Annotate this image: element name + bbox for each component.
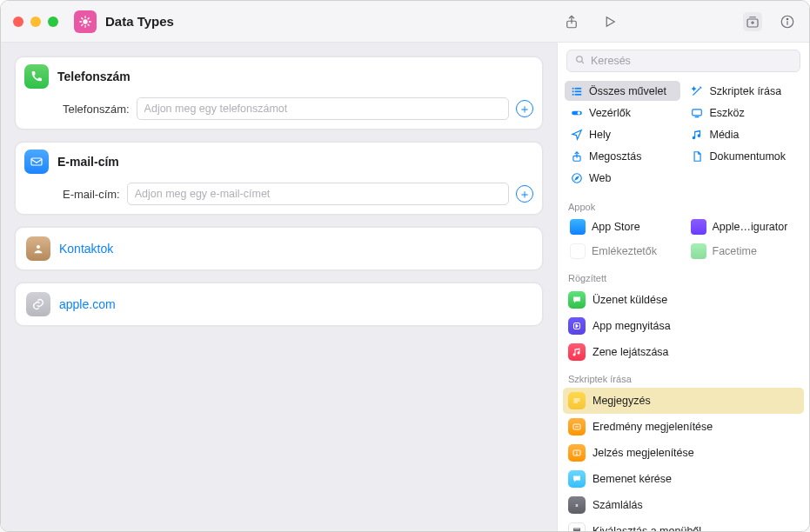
action-block-url[interactable]: apple.com xyxy=(15,283,543,326)
action-count[interactable]: x Számlálás xyxy=(563,492,804,518)
toggle-icon xyxy=(570,106,583,119)
cat-media[interactable]: Média xyxy=(686,124,801,144)
phone-input[interactable] xyxy=(137,97,509,120)
window-body: Telefonszám Telefonszám: ＋ E-mail-cím xyxy=(1,43,809,531)
param-row-phone: Telefonszám: ＋ xyxy=(63,97,533,120)
app-appstore[interactable]: App Store xyxy=(565,216,680,238)
alert-icon xyxy=(568,444,586,462)
add-variable-button[interactable]: ＋ xyxy=(516,185,533,203)
search-field[interactable] xyxy=(566,50,800,72)
link-icon xyxy=(26,292,50,316)
app-window: Data Types xyxy=(0,0,810,532)
action-block-email[interactable]: E-mail-cím E-mail-cím: ＋ xyxy=(15,142,543,215)
app-reminders[interactable]: Emlékeztetők xyxy=(565,240,680,263)
appstore-icon xyxy=(570,219,586,235)
contacts-icon xyxy=(26,236,50,261)
search-input[interactable] xyxy=(591,55,793,67)
share-button[interactable] xyxy=(562,12,581,31)
cat-all-actions[interactable]: Összes művelet xyxy=(565,81,680,101)
apps-strip: App Store Apple…igurator Emlékeztetők Fa… xyxy=(558,216,809,264)
cat-device[interactable]: Eszköz xyxy=(686,103,801,123)
location-icon xyxy=(570,128,583,141)
window-title: Data Types xyxy=(105,14,174,29)
cat-location[interactable]: Hely xyxy=(565,124,680,144)
cat-web[interactable]: Web xyxy=(565,168,680,188)
apps-header: Appok xyxy=(558,193,809,216)
email-input[interactable] xyxy=(127,183,509,205)
library-sidebar: Összes művelet Szkriptek írása Vezérlők … xyxy=(557,43,809,531)
workflow-canvas[interactable]: Telefonszám Telefonszám: ＋ E-mail-cím xyxy=(1,43,557,531)
result-icon xyxy=(568,418,586,436)
svg-rect-24 xyxy=(574,93,581,95)
info-button[interactable] xyxy=(778,12,797,31)
svg-rect-40 xyxy=(574,529,580,530)
cat-controls[interactable]: Vezérlők xyxy=(565,103,680,123)
svg-rect-27 xyxy=(693,109,702,115)
cat-scripting[interactable]: Szkriptek írása xyxy=(686,81,801,101)
action-ask-input[interactable]: Bemenet kérése xyxy=(563,466,804,492)
run-button[interactable] xyxy=(600,12,619,31)
svg-point-26 xyxy=(577,111,580,115)
scripting-header: Szkriptek írása xyxy=(558,365,809,388)
pinned-open-app[interactable]: App megnyitása xyxy=(563,313,804,339)
add-variable-button[interactable]: ＋ xyxy=(516,100,533,117)
titlebar: Data Types xyxy=(1,1,809,43)
cat-sharing[interactable]: Megosztás xyxy=(565,146,680,166)
action-title: Telefonszám xyxy=(57,70,131,83)
svg-point-14 xyxy=(787,18,788,20)
pinned-send-message[interactable]: Üzenet küldése xyxy=(563,287,804,313)
svg-marker-10 xyxy=(606,17,614,26)
pinned-header: Rögzített xyxy=(558,264,809,287)
action-block-contacts[interactable]: Kontaktok xyxy=(15,227,543,270)
svg-rect-21 xyxy=(572,93,573,95)
action-show-alert[interactable]: Jelzés megjelenítése xyxy=(563,440,804,466)
ask-icon xyxy=(568,470,586,488)
svg-rect-19 xyxy=(572,87,573,89)
music-icon xyxy=(568,343,586,361)
app-facetime[interactable]: Facetime xyxy=(686,240,801,263)
phone-icon xyxy=(24,64,49,89)
search-icon xyxy=(574,54,586,68)
svg-point-17 xyxy=(577,57,583,63)
action-comment[interactable]: Megjegyzés xyxy=(563,388,804,414)
svg-rect-32 xyxy=(574,399,580,400)
svg-point-16 xyxy=(37,245,40,249)
param-row-email: E-mail-cím: ＋ xyxy=(63,183,533,205)
svg-line-8 xyxy=(81,23,83,25)
wand-icon xyxy=(691,84,704,97)
safari-icon xyxy=(570,171,583,184)
action-block-phone[interactable]: Telefonszám Telefonszám: ＋ xyxy=(15,57,543,130)
svg-rect-20 xyxy=(572,90,573,92)
svg-rect-23 xyxy=(574,90,581,92)
pinned-play-music[interactable]: Zene lejátszása xyxy=(563,339,804,365)
document-icon xyxy=(691,150,704,163)
app-configurator[interactable]: Apple…igurator xyxy=(686,216,801,238)
library-toggle-button[interactable] xyxy=(743,12,762,31)
svg-rect-22 xyxy=(574,87,581,89)
zoom-window-button[interactable] xyxy=(48,17,58,27)
action-title[interactable]: apple.com xyxy=(59,297,116,311)
mail-icon xyxy=(24,150,49,174)
action-title: E-mail-cím xyxy=(57,155,119,169)
comment-icon xyxy=(568,392,586,409)
minimize-window-button[interactable] xyxy=(30,17,41,27)
action-show-result[interactable]: Eredmény megjelenítése xyxy=(563,414,804,440)
open-app-icon xyxy=(568,317,586,335)
toolbar xyxy=(562,12,797,31)
action-title[interactable]: Kontaktok xyxy=(59,242,113,256)
svg-rect-33 xyxy=(574,401,580,402)
count-icon: x xyxy=(568,496,586,514)
svg-line-7 xyxy=(88,17,90,19)
svg-line-5 xyxy=(81,17,83,19)
device-icon xyxy=(691,106,704,119)
close-window-button[interactable] xyxy=(13,17,23,27)
facetime-icon xyxy=(691,243,706,259)
svg-point-38 xyxy=(577,454,578,455)
traffic-lights xyxy=(13,17,58,27)
reminders-icon xyxy=(570,243,586,259)
svg-rect-15 xyxy=(31,158,42,165)
svg-rect-34 xyxy=(574,402,579,403)
cat-documents[interactable]: Dokumentumok xyxy=(686,146,801,166)
action-choose-menu[interactable]: Kiválasztás a menüből xyxy=(563,518,804,531)
svg-text:x: x xyxy=(575,502,579,508)
